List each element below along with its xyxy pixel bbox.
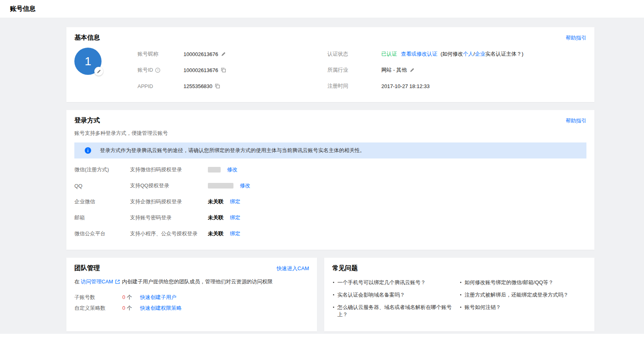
enterprise-link[interactable]: 企业 <box>475 51 485 57</box>
external-link-icon[interactable] <box>115 279 120 284</box>
modify-link[interactable]: 修改 <box>240 182 250 189</box>
help-icon[interactable]: ? <box>155 68 160 73</box>
bind-link[interactable]: 绑定 <box>230 214 240 221</box>
auth-status-label: 认证状态 <box>327 50 348 58</box>
faq-item-text[interactable]: 实名认证会影响域名备案吗？ <box>337 291 405 299</box>
faq-item[interactable]: 账号如何注销？ <box>459 304 586 311</box>
faq-item[interactable]: 实名认证会影响域名备案吗？ <box>332 291 459 299</box>
custom-policy-count: 0 <box>122 305 125 311</box>
view-or-modify-auth-link[interactable]: 查看或修改认证 <box>401 50 437 58</box>
account-id-value: 100002613676 <box>183 67 218 73</box>
faq-item[interactable]: 怎么确认云服务器、域名或者域名解析在哪个账号上？ <box>332 304 459 318</box>
bullet-dot <box>333 307 334 308</box>
info-icon <box>85 147 91 154</box>
basic-info-body: 1 账号昵称 100002613676 账号ID <box>74 46 586 94</box>
login-method-name: 微信(注册方式) <box>74 166 130 173</box>
edit-icon[interactable] <box>221 52 226 56</box>
basic-info-card: 基本信息 帮助指引 1 账号昵称 100002613676 <box>66 27 594 102</box>
content-background: 基本信息 帮助指引 1 账号昵称 100002613676 <box>0 18 644 334</box>
team-desc-suffix: 内创建子用户提供给您的团队成员，管理他们对云资源的访问权限 <box>122 278 273 285</box>
login-method-desc: 支持微信扫码授权登录 <box>130 166 208 173</box>
login-row-email: 邮箱 支持账号密码登录 未关联 绑定 <box>74 210 586 226</box>
avatar-edit-button[interactable] <box>94 67 103 76</box>
personal-link[interactable]: 个人 <box>463 51 473 57</box>
basic-info-title: 基本信息 <box>74 34 100 42</box>
bottom-row: 团队管理 快速进入CAM 在 访问管理CAM 内创建子用户提供给您的团队成员，管… <box>66 258 594 331</box>
login-methods-help-link[interactable]: 帮助指引 <box>566 117 586 124</box>
create-policy-link[interactable]: 快速创建权限策略 <box>140 305 181 312</box>
faq-item[interactable]: 注册方式被解绑后，还能绑定成登录方式吗？ <box>459 291 586 299</box>
quick-enter-cam-link[interactable]: 快速进入CAM <box>277 265 309 272</box>
auth-note-prefix: (如何修改 <box>441 51 463 57</box>
basic-info-help-link[interactable]: 帮助指引 <box>566 34 586 42</box>
login-method-name: 企业微信 <box>74 198 130 205</box>
login-method-name: 邮箱 <box>74 214 130 221</box>
copy-icon[interactable] <box>215 84 220 88</box>
create-sub-user-link[interactable]: 快速创建子用户 <box>140 294 176 301</box>
team-stats: 子账号数 0 个 快速创建子用户 自定义策略数 0 个 快速创建权限策略 <box>74 292 309 313</box>
basic-info-right-column: 认证状态 已认证 查看或修改认证 (如何修改个人/企业实名认证主体？) 所属行业… <box>327 46 586 94</box>
copy-icon[interactable] <box>221 68 226 72</box>
login-method-desc: 支持QQ授权登录 <box>130 182 208 189</box>
faq-item-text[interactable]: 账号如何注销？ <box>465 304 501 311</box>
custom-policy-unit: 个 <box>127 305 132 312</box>
login-row-qq: QQ 支持QQ授权登录 修改 <box>74 178 586 194</box>
cam-link[interactable]: 访问管理CAM <box>81 278 113 285</box>
faq-column-1: 一个手机号可以绑定几个腾讯云账号？ 实名认证会影响域名备案吗？ 怎么确认云服务器… <box>332 279 459 323</box>
login-method-desc: 支持企微扫码授权登录 <box>130 198 208 205</box>
faq-item-text[interactable]: 怎么确认云服务器、域名或者域名解析在哪个账号上？ <box>337 304 459 318</box>
login-row-wecom: 企业微信 支持企微扫码授权登录 未关联 绑定 <box>74 194 586 210</box>
appid-label: APPID <box>138 83 153 89</box>
faq-item[interactable]: 一个手机号可以绑定几个腾讯云账号？ <box>332 279 459 286</box>
bullet-dot <box>460 307 461 308</box>
auth-note: (如何修改个人/企业实名认证主体？) <box>441 50 523 58</box>
faq-item[interactable]: 如何修改账号绑定的微信/邮箱/QQ等？ <box>459 279 586 286</box>
nickname-label: 账号昵称 <box>138 50 158 58</box>
custom-policy-stat-row: 自定义策略数 0 个 快速创建权限策略 <box>74 303 309 313</box>
masked-value <box>208 167 221 173</box>
faq-item-text[interactable]: 如何修改账号绑定的微信/邮箱/QQ等？ <box>465 279 553 286</box>
edit-icon[interactable] <box>410 68 415 72</box>
faq-column-2: 如何修改账号绑定的微信/邮箱/QQ等？ 注册方式被解绑后，还能绑定成登录方式吗？… <box>459 279 586 323</box>
bind-link[interactable]: 绑定 <box>230 230 240 237</box>
team-desc-prefix: 在 <box>74 278 80 285</box>
top-bar: 账号信息 <box>0 0 644 18</box>
register-time-label: 注册时间 <box>327 82 348 90</box>
modify-link[interactable]: 修改 <box>227 166 237 173</box>
custom-policy-label: 自定义策略数 <box>74 305 122 312</box>
sub-account-label: 子账号数 <box>74 294 122 301</box>
bind-link[interactable]: 绑定 <box>230 198 240 205</box>
bullet-dot <box>460 294 461 295</box>
faq-item-text[interactable]: 注册方式被解绑后，还能绑定成登录方式吗？ <box>465 291 568 299</box>
team-header: 团队管理 快速进入CAM <box>74 264 309 273</box>
faq-item-text[interactable]: 一个手机号可以绑定几个腾讯云账号？ <box>337 279 426 286</box>
bullet-dot <box>333 294 334 295</box>
login-method-status: 未关联 <box>208 198 223 205</box>
edit-icon <box>97 69 101 74</box>
login-row-wechat-official: 微信公众平台 支持小程序、公众号授权登录 未关联 绑定 <box>74 226 586 242</box>
sub-account-stat-row: 子账号数 0 个 快速创建子用户 <box>74 292 309 303</box>
info-banner-text: 登录方式作为登录腾讯云账号的途径，请确认您所绑定的登录方式的使用主体与当前腾讯云… <box>100 147 365 154</box>
bullet-dot <box>460 282 461 283</box>
faq-columns: 一个手机号可以绑定几个腾讯云账号？ 实名认证会影响域名备案吗？ 怎么确认云服务器… <box>332 279 586 323</box>
team-description: 在 访问管理CAM 内创建子用户提供给您的团队成员，管理他们对云资源的访问权限 <box>74 278 309 285</box>
register-time-row: 注册时间 2017-10-27 18:12:33 <box>327 78 586 94</box>
register-time-value: 2017-10-27 18:12:33 <box>381 83 430 89</box>
account-id-label: 账号ID <box>138 66 153 74</box>
auth-status-row: 认证状态 已认证 查看或修改认证 (如何修改个人/企业实名认证主体？) <box>327 46 586 62</box>
faq-card: 常见问题 一个手机号可以绑定几个腾讯云账号？ 实名认证会影响域名备案吗？ 怎么确… <box>324 258 594 331</box>
page-title: 账号信息 <box>10 5 36 13</box>
faq-title: 常见问题 <box>332 264 358 273</box>
avatar-wrap: 1 <box>74 46 138 94</box>
team-management-card: 团队管理 快速进入CAM 在 访问管理CAM 内创建子用户提供给您的团队成员，管… <box>66 258 317 331</box>
avatar: 1 <box>74 48 102 75</box>
svg-text:?: ? <box>157 68 158 72</box>
nickname-row: 账号昵称 100002613676 <box>138 46 327 62</box>
login-method-name: QQ <box>74 183 130 189</box>
industry-label: 所属行业 <box>327 66 348 74</box>
industry-value: 网站 - 其他 <box>381 66 407 74</box>
appid-row: APPID 1255356830 <box>138 78 327 94</box>
faq-header: 常见问题 <box>332 264 586 273</box>
account-id-row: 账号ID ? 100002613676 <box>138 62 327 78</box>
bullet-dot <box>333 282 334 283</box>
